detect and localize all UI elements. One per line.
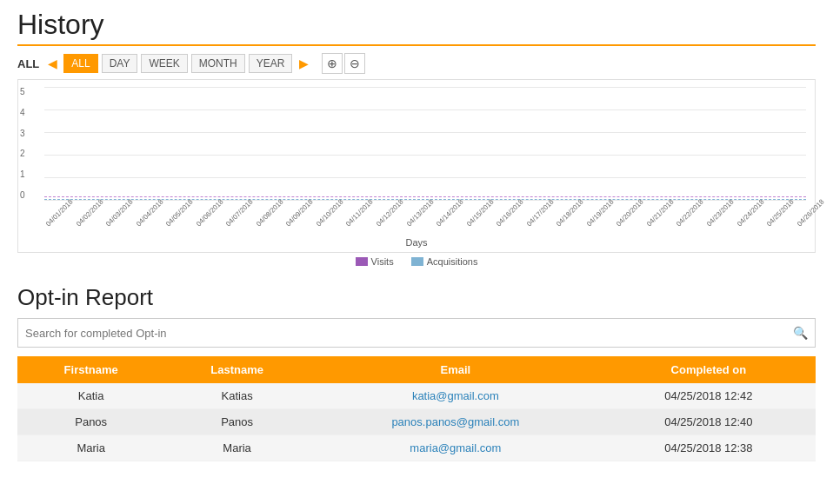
x-label-25: 04/25/2018 — [765, 216, 778, 229]
legend-visits-label: Visits — [371, 256, 394, 267]
chart-legend: Visits Acquisitions — [17, 256, 816, 267]
legend-visits: Visits — [356, 256, 394, 267]
table-header: Firstname Lastname Email Completed on — [17, 356, 816, 383]
page-container: History ALL ◀ ALL DAY WEEK MONTH YEAR ▶ … — [0, 0, 833, 470]
x-label-17: 04/17/2018 — [525, 216, 538, 229]
x-label-23: 04/23/2018 — [705, 216, 718, 229]
x-label-9: 04/09/2018 — [284, 216, 297, 229]
chart-section: ALL ◀ ALL DAY WEEK MONTH YEAR ▶ ⊕ ⊖ 0 1 … — [17, 53, 816, 267]
tab-all[interactable]: ALL — [63, 54, 97, 73]
x-label-6: 04/06/2018 — [195, 216, 208, 229]
all-label: ALL — [17, 57, 39, 70]
y-label-2: 2 — [20, 149, 29, 158]
y-label-1: 1 — [20, 169, 29, 179]
x-axis-title: Days — [18, 235, 815, 249]
x-label-14: 04/14/2018 — [435, 216, 448, 229]
table-row: MariaMariamaria@gmail.com04/25/2018 12:3… — [17, 435, 816, 461]
cell-completed-on: 04/25/2018 12:42 — [602, 383, 816, 409]
x-label-15: 04/15/2018 — [465, 216, 478, 229]
x-label-22: 04/22/2018 — [675, 216, 688, 229]
x-label-12: 04/12/2018 — [375, 216, 388, 229]
zoom-in-button[interactable]: ⊕ — [322, 53, 343, 74]
bars-area — [44, 87, 806, 200]
x-label-2: 04/02/2018 — [75, 216, 88, 229]
cell-completed-on: 04/25/2018 12:38 — [602, 435, 816, 461]
prev-arrow-icon[interactable]: ◀ — [44, 56, 60, 71]
x-label-4: 04/04/2018 — [135, 216, 148, 229]
next-arrow-icon[interactable]: ▶ — [296, 56, 311, 71]
col-email: Email — [310, 356, 602, 383]
cell-firstname: Panos — [17, 409, 164, 435]
legend-acquisitions: Acquisitions — [411, 256, 478, 267]
opt-in-table: Firstname Lastname Email Completed on Ka… — [17, 356, 816, 461]
report-section: Opt-in Report 🔍 Firstname Lastname Email… — [17, 284, 816, 461]
y-label-4: 4 — [20, 108, 29, 117]
table-row: PanosPanospanos.panos@gmail.com04/25/201… — [17, 409, 816, 435]
col-lastname: Lastname — [164, 356, 310, 383]
chart-controls: ALL ◀ ALL DAY WEEK MONTH YEAR ▶ ⊕ ⊖ — [17, 53, 816, 74]
x-label-10: 04/10/2018 — [315, 216, 328, 229]
x-label-11: 04/11/2018 — [344, 216, 357, 229]
cell-completed-on: 04/25/2018 12:40 — [602, 409, 816, 435]
search-input[interactable] — [25, 327, 793, 340]
page-title: History — [17, 9, 816, 41]
x-label-26: 04/26/2018 — [796, 216, 809, 229]
email-link[interactable]: katia@gmail.com — [412, 389, 499, 402]
chart-area: 0 1 2 3 4 5 — [17, 79, 816, 253]
zoom-out-button[interactable]: ⊖ — [344, 53, 365, 74]
cell-firstname: Maria — [17, 435, 164, 461]
x-label-19: 04/19/2018 — [585, 216, 598, 229]
cell-email: maria@gmail.com — [310, 435, 602, 461]
cell-firstname: Katia — [17, 383, 164, 409]
col-completed-on: Completed on — [602, 356, 816, 383]
search-bar: 🔍 — [17, 318, 816, 348]
x-label-13: 04/13/2018 — [405, 216, 418, 229]
search-icon: 🔍 — [793, 326, 808, 340]
table-header-row: Firstname Lastname Email Completed on — [17, 356, 816, 383]
tab-month[interactable]: MONTH — [191, 54, 245, 73]
table-row: KatiaKatiaskatia@gmail.com04/25/2018 12:… — [17, 383, 816, 409]
cell-email: katia@gmail.com — [310, 383, 602, 409]
report-title: Opt-in Report — [17, 284, 816, 311]
x-label-24: 04/24/2018 — [736, 216, 749, 229]
y-label-5: 5 — [20, 87, 29, 96]
cell-lastname: Maria — [164, 435, 310, 461]
x-label-5: 04/05/2018 — [164, 216, 177, 229]
orange-divider — [17, 44, 816, 46]
cell-lastname: Panos — [164, 409, 310, 435]
y-label-0: 0 — [20, 190, 29, 200]
grid-area — [44, 87, 806, 200]
email-link[interactable]: maria@gmail.com — [410, 441, 501, 454]
legend-visits-color — [356, 257, 368, 266]
x-label-16: 04/16/2018 — [495, 216, 508, 229]
cell-email: panos.panos@gmail.com — [310, 409, 602, 435]
x-label-1: 04/01/2018 — [44, 216, 57, 229]
legend-acquisitions-label: Acquisitions — [427, 256, 478, 267]
tab-day[interactable]: DAY — [102, 54, 138, 73]
y-label-3: 3 — [20, 129, 29, 138]
x-axis: 04/01/2018 04/02/2018 04/03/2018 04/04/2… — [44, 222, 806, 230]
zoom-group: ⊕ ⊖ — [322, 53, 365, 74]
x-label-8: 04/08/2018 — [255, 216, 268, 229]
col-firstname: Firstname — [17, 356, 164, 383]
cell-lastname: Katias — [164, 383, 310, 409]
x-label-3: 04/03/2018 — [104, 216, 117, 229]
x-label-20: 04/20/2018 — [615, 216, 628, 229]
email-link[interactable]: panos.panos@gmail.com — [391, 415, 519, 428]
tab-week[interactable]: WEEK — [141, 54, 187, 73]
x-label-18: 04/18/2018 — [555, 216, 568, 229]
legend-acquisitions-color — [411, 257, 423, 266]
x-label-21: 04/21/2018 — [645, 216, 658, 229]
x-label-7: 04/07/2018 — [224, 216, 237, 229]
tab-year[interactable]: YEAR — [249, 54, 293, 73]
table-body: KatiaKatiaskatia@gmail.com04/25/2018 12:… — [17, 383, 816, 461]
